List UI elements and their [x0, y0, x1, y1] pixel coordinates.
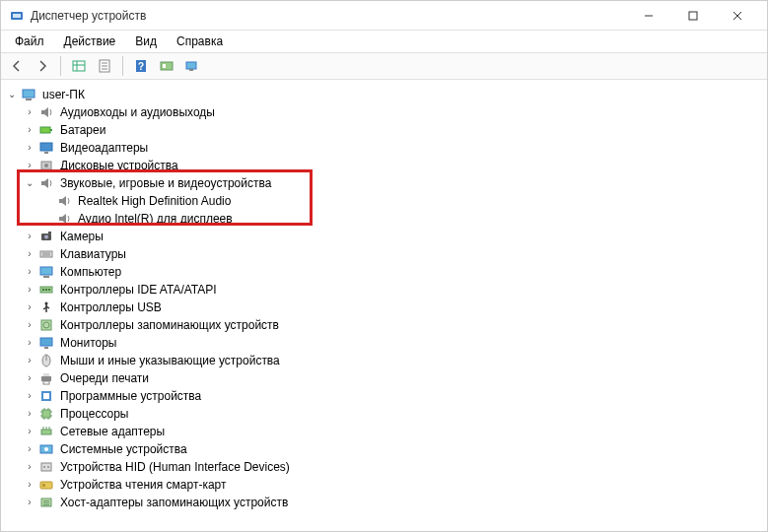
hid-icon	[38, 459, 54, 475]
expand-toggle[interactable]: ›	[23, 265, 36, 279]
tree-item-label: Мыши и иные указывающие устройства	[58, 352, 282, 369]
tree-item-label: Камеры	[58, 228, 105, 245]
ide-icon	[38, 282, 54, 298]
battery-icon	[38, 122, 54, 138]
expand-toggle[interactable]: ›	[23, 336, 36, 350]
device-category-item[interactable]: ›Устройства HID (Human Interface Devices…	[5, 458, 767, 476]
menu-file[interactable]: Файл	[7, 33, 52, 50]
svg-rect-1	[13, 14, 21, 18]
svg-rect-36	[42, 289, 44, 291]
svg-rect-76	[43, 502, 49, 503]
svg-point-68	[44, 447, 48, 451]
menu-help[interactable]: Справка	[169, 33, 231, 50]
collapse-toggle[interactable]: ⌄	[5, 88, 19, 101]
device-category-item[interactable]: ›Мыши и иные указывающие устройства	[5, 352, 767, 369]
expand-toggle[interactable]: ›	[23, 460, 36, 474]
device-category-item[interactable]: ›Системные устройства	[5, 440, 767, 458]
tree-item-label: Аудио Intel(R) для дисплеев	[76, 210, 235, 228]
device-category-item[interactable]: ›Контроллеры IDE ATA/ATAPI	[5, 281, 767, 299]
properties-button[interactable]	[93, 54, 116, 78]
expand-toggle[interactable]: ›	[23, 389, 36, 403]
tree-item-label: Мониторы	[58, 334, 118, 352]
expand-toggle[interactable]: ›	[23, 407, 36, 421]
root-label: user-ПК	[40, 86, 87, 103]
device-category-item[interactable]: ›Процессоры	[5, 405, 767, 423]
menu-view[interactable]: Вид	[127, 33, 165, 50]
svg-rect-37	[45, 289, 47, 291]
device-category-item[interactable]: ›Батареи	[5, 121, 767, 139]
device-category-item[interactable]: ›Контроллеры USB	[5, 299, 767, 316]
devices-button[interactable]	[180, 54, 204, 78]
help-button[interactable]: ?	[129, 54, 153, 78]
device-category-item[interactable]: ›Очереди печати	[5, 369, 767, 387]
toolbar-separator	[60, 56, 61, 76]
device-category-item[interactable]: ›Дисковые устройства	[5, 157, 767, 174]
svg-rect-69	[41, 463, 51, 471]
svg-rect-19	[23, 90, 35, 98]
expand-toggle[interactable]: ›	[23, 478, 36, 492]
tree-item-label: Контроллеры USB	[58, 299, 164, 316]
app-icon	[9, 8, 25, 24]
forward-button[interactable]	[31, 54, 54, 78]
expand-toggle[interactable]: ›	[23, 247, 36, 261]
menubar: Файл Действие Вид Справка	[1, 31, 767, 52]
device-category-item[interactable]: ›Клавиатуры	[5, 245, 767, 263]
toolbar-separator	[122, 56, 123, 76]
computer-icon	[38, 264, 54, 280]
maximize-button[interactable]	[670, 1, 715, 31]
scan-button[interactable]	[155, 54, 178, 78]
expand-toggle[interactable]: ›	[23, 159, 36, 172]
back-button[interactable]	[5, 54, 29, 78]
svg-rect-73	[42, 484, 45, 487]
close-button[interactable]	[715, 1, 759, 31]
device-category-item[interactable]: ›Сетевые адаптеры	[5, 423, 767, 440]
device-category-item[interactable]: ⌄Звуковые, игровые и видеоустройства	[5, 174, 767, 192]
device-category-item[interactable]: ›Компьютер	[5, 263, 767, 281]
svg-rect-3	[689, 12, 697, 20]
tree-item-label: Системные устройства	[58, 440, 189, 458]
speaker-icon	[56, 211, 72, 227]
device-child-item[interactable]: Realtek High Definition Audio	[5, 192, 767, 210]
computer-icon	[21, 87, 36, 102]
expand-toggle[interactable]: ›	[23, 442, 36, 456]
expand-toggle[interactable]: ›	[23, 300, 36, 314]
menu-action[interactable]: Действие	[56, 33, 124, 50]
svg-rect-22	[50, 129, 52, 131]
tree-item-label: Клавиатуры	[58, 245, 128, 263]
device-category-item[interactable]: ›Аудиовходы и аудиовыходы	[5, 103, 767, 121]
device-category-item[interactable]: ›Программные устройства	[5, 387, 767, 405]
device-category-item[interactable]: ›Хост-адаптеры запоминающих устройств	[5, 494, 767, 511]
device-category-item[interactable]: ›Мониторы	[5, 334, 767, 352]
expand-toggle[interactable]: ›	[23, 496, 36, 509]
expand-toggle[interactable]: ›	[23, 105, 36, 119]
expand-toggle[interactable]: ›	[23, 230, 36, 243]
svg-rect-75	[43, 500, 49, 501]
svg-rect-51	[43, 381, 49, 384]
svg-rect-33	[40, 267, 52, 275]
tree-item-label: Компьютер	[58, 263, 123, 281]
device-category-item[interactable]: ›Устройства чтения смарт-карт	[5, 476, 767, 494]
speaker-icon	[38, 104, 54, 120]
device-category-item[interactable]: ›Контроллеры запоминающих устройств	[5, 316, 767, 334]
expand-toggle[interactable]: ›	[23, 318, 36, 332]
expand-toggle[interactable]: ›	[23, 425, 36, 438]
svg-rect-17	[186, 62, 196, 69]
device-category-item[interactable]: ›Камеры	[5, 228, 767, 245]
root-node[interactable]: ⌄user-ПК	[5, 86, 767, 103]
tree-item-label: Очереди печати	[58, 369, 151, 387]
expand-toggle[interactable]: ›	[23, 371, 36, 385]
expand-toggle[interactable]: ›	[23, 141, 36, 155]
collapse-toggle[interactable]: ⌄	[23, 176, 36, 190]
device-category-item[interactable]: ›Видеоадаптеры	[5, 139, 767, 157]
expand-toggle[interactable]: ›	[23, 123, 36, 137]
tree-item-label: Программные устройства	[58, 387, 203, 405]
svg-rect-30	[40, 251, 52, 257]
minimize-button[interactable]	[626, 1, 670, 31]
device-child-item[interactable]: Аудио Intel(R) для дисплеев	[5, 210, 767, 228]
show-hidden-button[interactable]	[67, 54, 91, 78]
expand-toggle[interactable]: ›	[23, 283, 36, 297]
tree-item-label: Процессоры	[58, 405, 131, 423]
expand-toggle[interactable]: ›	[23, 354, 36, 367]
device-tree[interactable]: ⌄user-ПК›Аудиовходы и аудиовыходы›Батаре…	[1, 80, 767, 531]
svg-rect-34	[43, 276, 49, 278]
